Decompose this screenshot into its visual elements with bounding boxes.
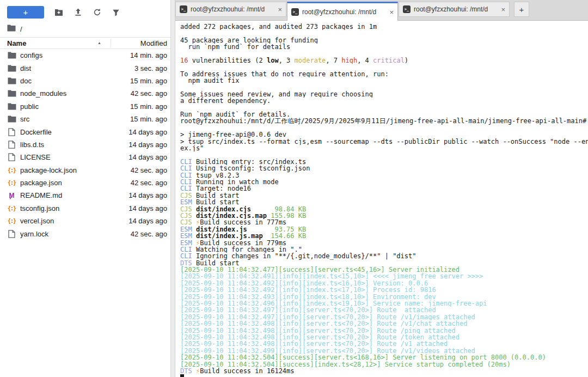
terminal-tab-label: root@yfzxzhouhui: /mnt/d (414, 5, 500, 13)
terminal-text-segment (192, 219, 196, 226)
terminal-text-segment (192, 240, 196, 246)
terminal-tab[interactable]: >_root@yfzxzhouhui: /mnt/d× (287, 2, 398, 21)
json-icon: {:} (7, 217, 16, 226)
file-row[interactable]: configs14 min. ago (0, 49, 170, 62)
file-row[interactable]: {:}package.json42 sec. ago (0, 177, 170, 189)
file-row[interactable]: yarn.lock42 sec. ago (0, 227, 170, 240)
close-tab-icon[interactable]: × (389, 8, 394, 16)
terminal-text-segment: 45 packages are looking for funding (180, 37, 318, 44)
terminal-text-segment: dist/index.cjs (196, 206, 251, 212)
terminal-text-segment: CJS (180, 192, 192, 199)
terminal-tab-label: root@yfzxzhouhui: /mnt/d (302, 8, 388, 16)
terminal-line (180, 374, 588, 377)
terminal-text-segment (247, 226, 275, 233)
terminal-text-segment: [2025-09-10 11:04:32.497][info][server.t… (180, 307, 436, 313)
file-row[interactable]: public15 min. ago (0, 100, 170, 113)
column-divider[interactable] (111, 39, 111, 47)
terminal-text-segment: vulnerabilities (2 (188, 57, 267, 64)
terminal-text-segment: CJS (180, 219, 192, 226)
terminal-text-segment: [2025-09-10 11:04:32.493][info][index.ts… (180, 294, 436, 300)
terminal-tab-bar: >_root@yfzxzhouhui: /mnt/d×>_root@yfzxzh… (175, 0, 588, 21)
file-row[interactable]: libs.d.ts14 days ago (0, 138, 170, 151)
terminal-text-segment: root@yfzxzhouhui:/mnt/d/工作临时/2025/9月/202… (180, 118, 588, 124)
file-row[interactable]: Dockerfile14 days ago (0, 125, 170, 138)
file-modified: 14 min. ago (130, 51, 167, 59)
file-row[interactable]: {:}tsconfig.json14 days ago (0, 202, 170, 215)
file-row[interactable]: node_modules42 sec. ago (0, 87, 170, 100)
terminal-text-segment: > tsup src/index.ts --format cjs,esm --s… (180, 138, 588, 145)
terminal-line: npm audit fix (180, 77, 588, 84)
terminal-text-segment: [2025-09-10 11:04:32.498][info][server.t… (180, 340, 448, 347)
json-icon: {:} (7, 179, 16, 187)
file-name: package.json (20, 179, 62, 187)
column-header-name[interactable]: Name (7, 39, 26, 47)
terminal-line: 45 packages are looking for funding (180, 37, 588, 44)
file-row[interactable]: src15 min. ago (0, 113, 170, 125)
file-row[interactable]: LICENSE14 days ago (0, 151, 170, 163)
column-header-modified[interactable]: Modified (140, 39, 167, 47)
file-modified: 14 days ago (128, 153, 167, 161)
file-modified: 14 days ago (128, 141, 167, 149)
new-file-button[interactable]: + (7, 6, 44, 19)
terminal-line: DTS ⚡Build success in 16124ms (180, 368, 588, 374)
terminal-line: [2025-09-10 11:04:32.492][info][index.ts… (180, 280, 588, 287)
file-row[interactable]: doc15 min. ago (0, 75, 170, 87)
breadcrumb[interactable]: / (0, 19, 170, 37)
terminal-line: [2025-09-10 11:04:32.491][info][index.ts… (180, 273, 588, 279)
sort-ascending-icon[interactable]: ▲ (97, 41, 101, 45)
filter-icon[interactable] (112, 8, 120, 17)
terminal-text-segment: added 272 packages, and audited 273 pack… (180, 23, 377, 30)
terminal-line: [2025-09-10 11:04:32.498][info][server.t… (180, 340, 588, 347)
file-modified: 3 sec. ago (134, 64, 167, 72)
close-tab-icon[interactable]: × (501, 5, 505, 14)
file-row[interactable]: {:}package-lock.json42 sec. ago (0, 164, 170, 177)
terminal-text-segment: DTS (180, 260, 192, 266)
terminal-icon: >_ (291, 8, 299, 16)
file-row[interactable]: dist3 sec. ago (0, 62, 170, 74)
terminal-text-segment: [2025-09-10 11:04:32.498][info][server.t… (180, 320, 467, 327)
terminal-text-segment: Building entry: src/index.ts (192, 159, 307, 165)
terminal-line: CJS ⚡Build success in 777ms (180, 219, 588, 226)
terminal-line: CLI Watching for changes in "." (180, 246, 588, 253)
terminal-text-segment: Build start (192, 192, 240, 199)
terminal-text-segment: Watching for changes in "." (192, 246, 302, 253)
file-row[interactable]: M▼README.md14 days ago (0, 189, 170, 202)
terminal-tab-label: root@yfzxzhouhui: /mnt/d (191, 5, 277, 13)
terminal-tab[interactable]: >_root@yfzxzhouhui: /mnt/d× (175, 2, 286, 17)
file-modified: 15 min. ago (130, 115, 167, 123)
file-modified: 42 sec. ago (131, 179, 167, 187)
new-terminal-tab-button[interactable]: + (514, 2, 529, 17)
terminal-text-segment: [2025-09-10 11:04:32.477][success][serve… (180, 266, 460, 273)
terminal-panel: >_root@yfzxzhouhui: /mnt/d×>_root@yfzxzh… (175, 0, 588, 377)
terminal-text-segment: ) (405, 57, 408, 64)
terminal-text-segment: [2025-09-10 11:04:32.497][info][server.t… (180, 314, 475, 320)
terminal-text-segment (263, 233, 271, 239)
panel-divider[interactable] (170, 0, 175, 377)
terminal-line (180, 51, 588, 57)
terminal-text-segment (251, 206, 274, 212)
new-folder-icon[interactable] (54, 8, 63, 17)
folder-icon (7, 51, 16, 60)
refresh-icon[interactable] (93, 8, 101, 17)
terminal-text-segment: Target: node16 (192, 185, 251, 192)
terminal-line: CLI Using tsconfig: tsconfig.json (180, 165, 588, 172)
upload-icon[interactable] (74, 8, 82, 17)
terminal-text-segment: 93.75 KB (274, 226, 306, 233)
terminal-text-segment: [2025-09-10 11:04:32.504][success][index… (180, 361, 511, 368)
terminal-text-segment: CLI (180, 172, 192, 179)
terminal-line: Run `npm audit` for details. (180, 111, 588, 118)
terminal-text-segment: , 3 (279, 57, 295, 64)
terminal-text-segment: Run `npm audit` for details. (180, 111, 290, 118)
file-row[interactable]: {:}vercel.json14 days ago (0, 215, 170, 227)
file-modified: 42 sec. ago (131, 166, 167, 174)
terminal-tab[interactable]: >_root@yfzxzhouhui: /mnt/d× (399, 2, 510, 17)
terminal-line: [2025-09-10 11:04:32.504][success][serve… (180, 354, 588, 361)
terminal-text-segment: [2025-09-10 11:04:32.491][info][index.ts… (180, 273, 483, 279)
terminal-line: 16 vulnerabilities (2 low, 3 moderate, 7… (180, 57, 588, 64)
terminal-output[interactable]: added 272 packages, and audited 273 pack… (175, 21, 588, 377)
close-tab-icon[interactable]: × (278, 5, 282, 14)
file-modified: 42 sec. ago (131, 230, 167, 238)
terminal-line: [2025-09-10 11:04:32.504][success][index… (180, 361, 588, 368)
terminal-line: Some issues need review, and may require… (180, 91, 588, 98)
file-name: LICENSE (20, 153, 51, 161)
